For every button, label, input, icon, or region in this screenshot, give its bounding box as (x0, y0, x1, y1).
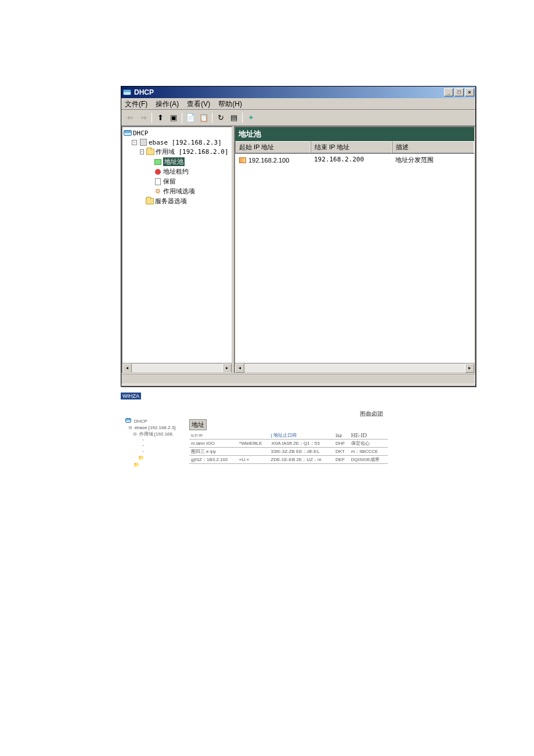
mini-col-4: HE-ID (349, 431, 388, 440)
show-hide-button[interactable]: ▣ (167, 111, 180, 124)
forward-button[interactable]: ⇒ (137, 111, 150, 124)
toolbar: ⇐ ⇒ ⬆ ▣ 📄 📋 ↻ ▤ ✦ (121, 110, 475, 126)
mini-tree-item: 📁 (121, 455, 188, 462)
menu-action[interactable]: 操作(A) (156, 99, 179, 108)
mini-tree-item: · (121, 443, 188, 449)
list-hscroll[interactable]: ◂ ▸ (235, 363, 474, 372)
scroll-left-icon[interactable]: ◂ (235, 363, 244, 373)
mini-tree-item: 📁 (121, 462, 188, 469)
reservation-icon (154, 178, 162, 186)
tree-server[interactable]: - ebase [192.168.2.3] (124, 138, 230, 147)
window-title: DHCP (134, 88, 154, 96)
row-end: 192.168.2.200 (311, 155, 392, 165)
collapse-icon[interactable]: - (132, 140, 137, 145)
mini-screenshot: DHCP ⊟ ebase [192.168.2.3] ⊟ 作用域 [192.16… (121, 410, 388, 469)
panel-title: 地址池 (235, 127, 474, 141)
collapse-icon[interactable]: - (140, 149, 144, 154)
lease-icon (154, 168, 162, 176)
pool-icon (154, 158, 162, 166)
close-button[interactable]: × (465, 88, 474, 96)
row-desc: 地址分发范围 (392, 155, 474, 165)
mini-tree-scope: ⊟ 作用域 [192.168. (121, 431, 188, 437)
list-panel: 地址池 起始 IP 地址 结束 IP 地址 描述 192.168.2.100 1… (234, 126, 475, 373)
mini-tree-item: · (121, 437, 188, 443)
app-icon (122, 88, 132, 97)
mini-title: 地址 (189, 419, 207, 430)
col-start[interactable]: 起始 IP 地址 (235, 141, 311, 153)
content-area: DHCP - ebase [192.168.2.3] - 作用域 [192.16… (121, 126, 475, 373)
column-headers: 起始 IP 地址 结束 IP 地址 描述 (235, 141, 474, 154)
tree-panel: DHCP - ebase [192.168.2.3] - 作用域 [192.16… (121, 126, 233, 373)
status-bar (121, 374, 475, 384)
mini-row: g|ISZ：1B3.2.102«U.»ZDE-1E-EB 2E：UZ：mDEFD… (189, 456, 388, 464)
refresh-button[interactable]: ↻ (214, 111, 227, 124)
row-icon (239, 156, 247, 164)
menu-view[interactable]: 查看(V) (187, 99, 210, 108)
tree-reservation[interactable]: 保留 (124, 177, 230, 186)
tree-root[interactable]: DHCP (124, 128, 230, 138)
up-button[interactable]: ⬆ (154, 111, 167, 124)
dhcp-window: DHCP _ □ × 文件(F) 操作(A) 查看(V) 帮助(H) ⇐ ⇒ ⬆… (121, 86, 476, 387)
folder-icon (146, 148, 154, 156)
properties-button[interactable]: 📄 (184, 111, 197, 124)
scroll-right-icon[interactable]: ▸ (465, 363, 474, 373)
mini-tree-root: DHCP (121, 418, 188, 424)
mini-tree-item: · (121, 449, 188, 455)
menu-file[interactable]: 文件(F) (125, 99, 147, 108)
col-desc[interactable]: 描述 (392, 141, 474, 153)
folder-icon (146, 197, 154, 206)
col-end[interactable]: 结束 IP 地址 (311, 141, 392, 153)
list-button[interactable]: ▤ (228, 111, 240, 124)
mini-table: u;n m | 地址止日间 isa HE-ID m.lann IOO*WlelE… (189, 431, 388, 464)
gear-icon: ⚙ (154, 188, 162, 196)
title-bar[interactable]: DHCP _ □ × (121, 87, 475, 98)
watermark: WIHZA (121, 393, 141, 399)
mini-col-2: 地址止日间 (273, 433, 297, 438)
tree-serveropts[interactable]: 服务器选项 (124, 196, 230, 206)
row-start: 192.168.2.100 (248, 157, 289, 164)
tree-pool[interactable]: 地址池 (124, 157, 230, 167)
mini-col-3: isa (334, 431, 349, 440)
table-row[interactable]: 192.168.2.100 192.168.2.200 地址分发范围 (235, 154, 474, 166)
tree-lease[interactable]: 地址租约 (124, 167, 230, 177)
tree-scopeopts[interactable]: ⚙ 作用域选项 (124, 186, 230, 196)
menu-bar: 文件(F) 操作(A) 查看(V) 帮助(H) (121, 98, 475, 110)
export-button[interactable]: 📋 (197, 111, 210, 124)
mini-col-1: u;n m (189, 431, 237, 440)
scroll-right-icon[interactable]: ▸ (222, 363, 232, 373)
maximize-button[interactable]: □ (454, 88, 464, 96)
tree-scope[interactable]: - 作用域 [192.168.2.0] r: (124, 147, 230, 157)
mini-row: 图回三 e ipy33IE-3Z-ZB EE：dE:ELDKTm：IBiCCCE (189, 448, 388, 456)
minimize-button[interactable]: _ (444, 88, 453, 96)
mini-row: m.lann IOO*WlelEfilLE:K0A IASft 2E：Q1：53… (189, 440, 388, 448)
mini-topright: 图曲卤团 (189, 410, 388, 418)
mini-tree-server: ⊟ ebase [192.168.2.3] (121, 424, 188, 431)
server-icon (139, 138, 147, 146)
dhcp-icon (124, 129, 132, 137)
menu-help[interactable]: 帮助(H) (218, 99, 242, 108)
back-button[interactable]: ⇐ (124, 111, 136, 124)
scroll-left-icon[interactable]: ◂ (122, 363, 132, 373)
tree-hscroll[interactable]: ◂ ▸ (122, 363, 232, 372)
extra-button[interactable]: ✦ (244, 111, 257, 124)
